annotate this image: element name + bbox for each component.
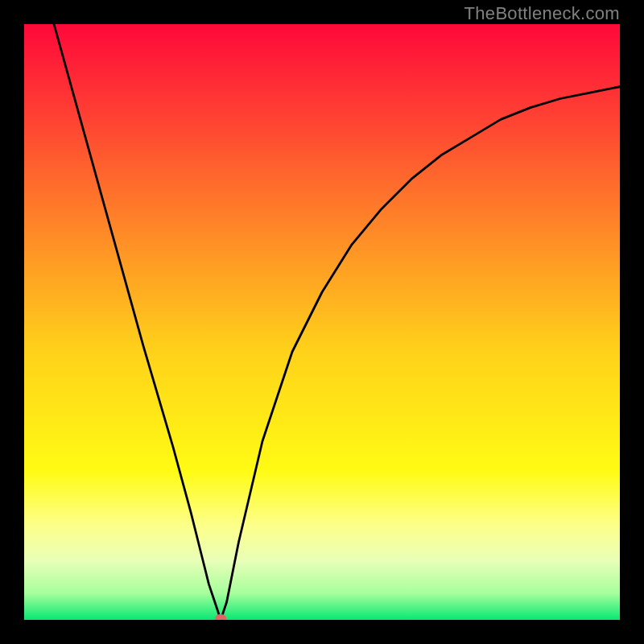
chart-frame: TheBottleneck.com bbox=[0, 0, 644, 644]
source-label: TheBottleneck.com bbox=[464, 3, 620, 24]
plot-area bbox=[24, 24, 620, 620]
gradient-background bbox=[24, 24, 620, 620]
bottleneck-chart bbox=[24, 24, 620, 620]
